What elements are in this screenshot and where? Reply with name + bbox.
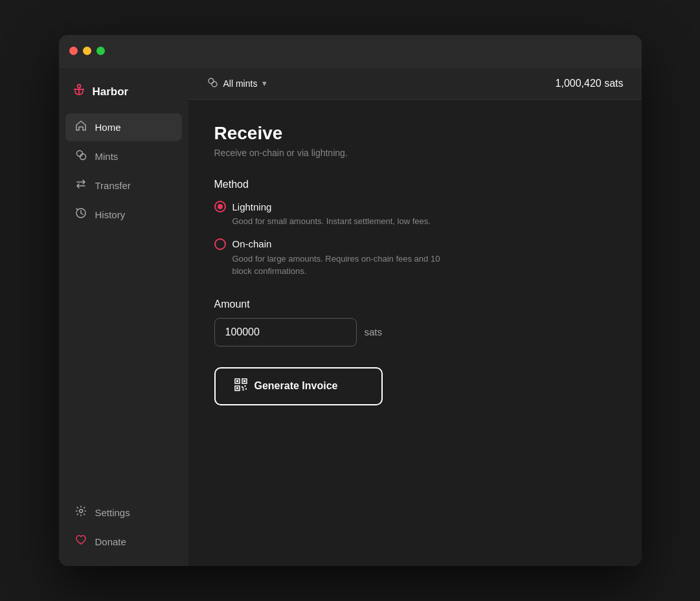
svg-point-4: [82, 89, 84, 91]
balance-display: 1,000,420 sats: [556, 78, 624, 89]
svg-point-10: [212, 82, 217, 87]
sidebar-nav: Home Mints: [59, 113, 188, 499]
maximize-button[interactable]: [96, 47, 105, 55]
amount-unit: sats: [365, 326, 383, 337]
transfer-icon: [74, 178, 87, 193]
page-content: Receive Receive on-chain or via lightnin…: [188, 100, 642, 566]
svg-rect-14: [243, 380, 245, 382]
mints-selector-icon: [207, 76, 218, 90]
sidebar: Harbor Home: [59, 67, 188, 566]
harbor-icon: [72, 83, 86, 100]
sidebar-item-transfer[interactable]: Transfer: [65, 172, 182, 199]
minimize-button[interactable]: [83, 47, 91, 55]
sidebar-item-donate[interactable]: Donate: [65, 528, 182, 556]
generate-invoice-button[interactable]: Generate Invoice: [214, 367, 383, 405]
svg-point-0: [77, 85, 80, 88]
app-window: Harbor Home: [59, 35, 642, 566]
titlebar: [59, 35, 642, 67]
lightning-description: Good for small amounts. Instant settleme…: [214, 215, 460, 228]
amount-input[interactable]: [214, 318, 357, 346]
topbar: All mints ▾ 1,000,420 sats: [188, 67, 642, 100]
method-radio-group: Lightning Good for small amounts. Instan…: [214, 201, 616, 278]
svg-point-8: [79, 510, 82, 513]
onchain-label: On-chain: [232, 238, 272, 249]
svg-rect-16: [236, 387, 238, 389]
sidebar-item-history[interactable]: History: [65, 201, 182, 229]
page-subtitle: Receive on-chain or via lightning.: [214, 148, 616, 158]
onchain-radio-button[interactable]: [214, 238, 226, 250]
lightning-radio-button[interactable]: [214, 201, 226, 212]
amount-section: Amount sats: [214, 299, 616, 346]
amount-row: sats: [214, 318, 616, 346]
sidebar-brand: Harbor: [59, 78, 188, 113]
onchain-radio-label[interactable]: On-chain: [214, 238, 616, 250]
svg-point-5: [76, 151, 82, 157]
method-section-label: Method: [214, 179, 616, 190]
sidebar-item-settings-label: Settings: [95, 507, 130, 518]
sidebar-item-donate-label: Donate: [95, 536, 126, 547]
sidebar-item-settings[interactable]: Settings: [65, 499, 182, 527]
lightning-radio-label[interactable]: Lightning: [214, 201, 616, 212]
brand-name: Harbor: [93, 85, 129, 98]
sidebar-item-home[interactable]: Home: [65, 113, 182, 141]
close-button[interactable]: [69, 47, 78, 55]
svg-point-9: [209, 78, 214, 84]
sidebar-item-mints[interactable]: Mints: [65, 142, 182, 170]
page-title: Receive: [214, 123, 616, 144]
content-area: All mints ▾ 1,000,420 sats Receive Recei…: [188, 67, 642, 566]
traffic-lights: [69, 47, 105, 55]
lightning-label: Lightning: [232, 201, 272, 212]
donate-icon: [74, 534, 87, 549]
onchain-option: On-chain Good for large amounts. Require…: [214, 238, 616, 278]
sidebar-item-history-label: History: [95, 209, 126, 220]
settings-icon: [74, 505, 87, 520]
svg-rect-12: [236, 380, 238, 382]
sidebar-item-home-label: Home: [95, 122, 121, 133]
qr-icon: [234, 378, 248, 395]
sidebar-bottom: Settings Donate: [59, 499, 188, 556]
svg-point-3: [74, 89, 76, 91]
main-layout: Harbor Home: [59, 67, 642, 566]
lightning-option: Lightning Good for small amounts. Instan…: [214, 201, 616, 228]
svg-point-6: [80, 154, 85, 160]
amount-label: Amount: [214, 299, 616, 310]
mints-selector-label: All mints: [223, 78, 258, 89]
onchain-description: Good for large amounts. Requires on-chai…: [214, 253, 460, 278]
generate-invoice-label: Generate Invoice: [254, 380, 338, 392]
sidebar-item-transfer-label: Transfer: [95, 180, 131, 191]
home-icon: [74, 120, 87, 135]
mints-icon: [74, 149, 87, 164]
mints-selector[interactable]: All mints ▾: [207, 76, 267, 90]
sidebar-item-mints-label: Mints: [95, 151, 119, 162]
chevron-down-icon: ▾: [262, 78, 267, 88]
history-icon: [74, 207, 87, 222]
